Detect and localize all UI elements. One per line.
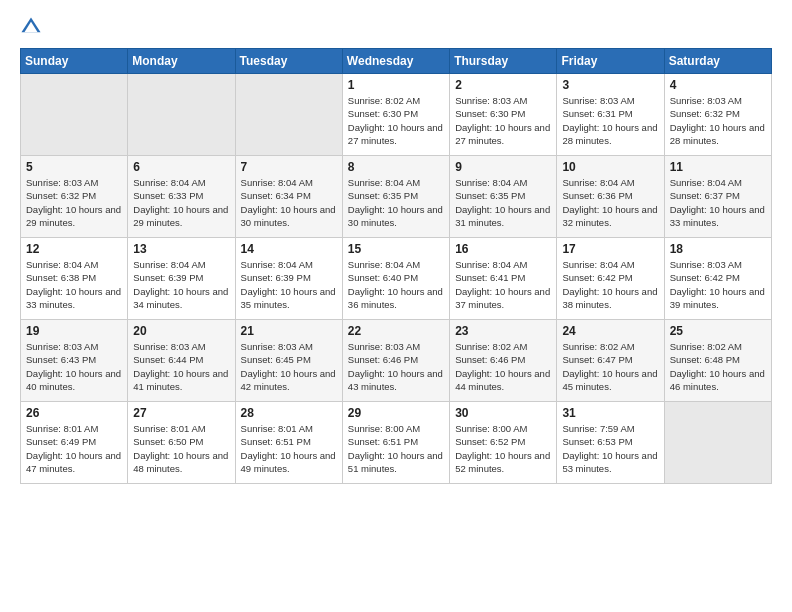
sunrise: Sunrise: 8:00 AM [348, 423, 420, 434]
day-info: Sunrise: 8:04 AM Sunset: 6:36 PM Dayligh… [562, 176, 658, 229]
calendar-cell: 27 Sunrise: 8:01 AM Sunset: 6:50 PM Dayl… [128, 402, 235, 484]
logo-icon [20, 16, 42, 38]
sunrise: Sunrise: 8:01 AM [133, 423, 205, 434]
day-number: 3 [562, 78, 658, 92]
sunrise: Sunrise: 8:04 AM [348, 177, 420, 188]
day-number: 23 [455, 324, 551, 338]
sunset: Sunset: 6:34 PM [241, 190, 311, 201]
weekday-header: Thursday [450, 49, 557, 74]
calendar-cell: 31 Sunrise: 7:59 AM Sunset: 6:53 PM Dayl… [557, 402, 664, 484]
calendar-cell: 16 Sunrise: 8:04 AM Sunset: 6:41 PM Dayl… [450, 238, 557, 320]
calendar-header-row: SundayMondayTuesdayWednesdayThursdayFrid… [21, 49, 772, 74]
weekday-header: Wednesday [342, 49, 449, 74]
day-info: Sunrise: 8:02 AM Sunset: 6:48 PM Dayligh… [670, 340, 766, 393]
day-number: 4 [670, 78, 766, 92]
day-number: 8 [348, 160, 444, 174]
calendar-cell: 12 Sunrise: 8:04 AM Sunset: 6:38 PM Dayl… [21, 238, 128, 320]
calendar-cell: 5 Sunrise: 8:03 AM Sunset: 6:32 PM Dayli… [21, 156, 128, 238]
day-number: 7 [241, 160, 337, 174]
daylight: Daylight: 10 hours and 49 minutes. [241, 450, 336, 474]
day-info: Sunrise: 8:03 AM Sunset: 6:44 PM Dayligh… [133, 340, 229, 393]
daylight: Daylight: 10 hours and 28 minutes. [670, 122, 765, 146]
calendar-week-row: 19 Sunrise: 8:03 AM Sunset: 6:43 PM Dayl… [21, 320, 772, 402]
sunrise: Sunrise: 8:04 AM [241, 177, 313, 188]
sunset: Sunset: 6:47 PM [562, 354, 632, 365]
day-info: Sunrise: 8:04 AM Sunset: 6:39 PM Dayligh… [133, 258, 229, 311]
sunrise: Sunrise: 8:03 AM [562, 95, 634, 106]
weekday-header: Sunday [21, 49, 128, 74]
daylight: Daylight: 10 hours and 36 minutes. [348, 286, 443, 310]
calendar-cell: 29 Sunrise: 8:00 AM Sunset: 6:51 PM Dayl… [342, 402, 449, 484]
sunrise: Sunrise: 8:03 AM [670, 95, 742, 106]
daylight: Daylight: 10 hours and 33 minutes. [670, 204, 765, 228]
day-info: Sunrise: 8:01 AM Sunset: 6:50 PM Dayligh… [133, 422, 229, 475]
day-info: Sunrise: 8:03 AM Sunset: 6:45 PM Dayligh… [241, 340, 337, 393]
day-number: 5 [26, 160, 122, 174]
daylight: Daylight: 10 hours and 46 minutes. [670, 368, 765, 392]
day-info: Sunrise: 8:04 AM Sunset: 6:39 PM Dayligh… [241, 258, 337, 311]
sunset: Sunset: 6:37 PM [670, 190, 740, 201]
sunrise: Sunrise: 8:04 AM [133, 177, 205, 188]
daylight: Daylight: 10 hours and 30 minutes. [348, 204, 443, 228]
calendar-cell: 2 Sunrise: 8:03 AM Sunset: 6:30 PM Dayli… [450, 74, 557, 156]
sunset: Sunset: 6:46 PM [348, 354, 418, 365]
day-info: Sunrise: 8:03 AM Sunset: 6:42 PM Dayligh… [670, 258, 766, 311]
sunset: Sunset: 6:42 PM [562, 272, 632, 283]
calendar-cell: 17 Sunrise: 8:04 AM Sunset: 6:42 PM Dayl… [557, 238, 664, 320]
sunrise: Sunrise: 8:03 AM [670, 259, 742, 270]
day-number: 26 [26, 406, 122, 420]
sunset: Sunset: 6:36 PM [562, 190, 632, 201]
daylight: Daylight: 10 hours and 35 minutes. [241, 286, 336, 310]
sunrise: Sunrise: 8:03 AM [241, 341, 313, 352]
sunrise: Sunrise: 8:02 AM [670, 341, 742, 352]
calendar-cell: 13 Sunrise: 8:04 AM Sunset: 6:39 PM Dayl… [128, 238, 235, 320]
day-number: 28 [241, 406, 337, 420]
sunrise: Sunrise: 8:04 AM [455, 177, 527, 188]
day-number: 13 [133, 242, 229, 256]
day-number: 27 [133, 406, 229, 420]
calendar-cell: 7 Sunrise: 8:04 AM Sunset: 6:34 PM Dayli… [235, 156, 342, 238]
day-info: Sunrise: 8:00 AM Sunset: 6:52 PM Dayligh… [455, 422, 551, 475]
day-info: Sunrise: 8:04 AM Sunset: 6:35 PM Dayligh… [455, 176, 551, 229]
calendar-cell: 8 Sunrise: 8:04 AM Sunset: 6:35 PM Dayli… [342, 156, 449, 238]
daylight: Daylight: 10 hours and 44 minutes. [455, 368, 550, 392]
calendar-cell: 25 Sunrise: 8:02 AM Sunset: 6:48 PM Dayl… [664, 320, 771, 402]
sunset: Sunset: 6:44 PM [133, 354, 203, 365]
sunset: Sunset: 6:30 PM [455, 108, 525, 119]
sunset: Sunset: 6:32 PM [26, 190, 96, 201]
calendar-cell: 30 Sunrise: 8:00 AM Sunset: 6:52 PM Dayl… [450, 402, 557, 484]
calendar-cell [235, 74, 342, 156]
calendar-cell: 23 Sunrise: 8:02 AM Sunset: 6:46 PM Dayl… [450, 320, 557, 402]
day-info: Sunrise: 8:04 AM Sunset: 6:40 PM Dayligh… [348, 258, 444, 311]
sunrise: Sunrise: 8:04 AM [348, 259, 420, 270]
sunrise: Sunrise: 8:04 AM [455, 259, 527, 270]
daylight: Daylight: 10 hours and 27 minutes. [348, 122, 443, 146]
sunrise: Sunrise: 8:03 AM [455, 95, 527, 106]
calendar-week-row: 12 Sunrise: 8:04 AM Sunset: 6:38 PM Dayl… [21, 238, 772, 320]
day-info: Sunrise: 8:04 AM Sunset: 6:34 PM Dayligh… [241, 176, 337, 229]
day-number: 31 [562, 406, 658, 420]
calendar-cell: 15 Sunrise: 8:04 AM Sunset: 6:40 PM Dayl… [342, 238, 449, 320]
sunset: Sunset: 6:39 PM [241, 272, 311, 283]
daylight: Daylight: 10 hours and 39 minutes. [670, 286, 765, 310]
sunset: Sunset: 6:51 PM [348, 436, 418, 447]
calendar-cell: 20 Sunrise: 8:03 AM Sunset: 6:44 PM Dayl… [128, 320, 235, 402]
day-number: 18 [670, 242, 766, 256]
daylight: Daylight: 10 hours and 34 minutes. [133, 286, 228, 310]
daylight: Daylight: 10 hours and 48 minutes. [133, 450, 228, 474]
daylight: Daylight: 10 hours and 37 minutes. [455, 286, 550, 310]
day-info: Sunrise: 8:04 AM Sunset: 6:41 PM Dayligh… [455, 258, 551, 311]
daylight: Daylight: 10 hours and 41 minutes. [133, 368, 228, 392]
calendar-week-row: 26 Sunrise: 8:01 AM Sunset: 6:49 PM Dayl… [21, 402, 772, 484]
daylight: Daylight: 10 hours and 51 minutes. [348, 450, 443, 474]
day-info: Sunrise: 8:04 AM Sunset: 6:38 PM Dayligh… [26, 258, 122, 311]
calendar-cell: 28 Sunrise: 8:01 AM Sunset: 6:51 PM Dayl… [235, 402, 342, 484]
calendar-cell: 11 Sunrise: 8:04 AM Sunset: 6:37 PM Dayl… [664, 156, 771, 238]
sunset: Sunset: 6:42 PM [670, 272, 740, 283]
daylight: Daylight: 10 hours and 53 minutes. [562, 450, 657, 474]
calendar: SundayMondayTuesdayWednesdayThursdayFrid… [20, 48, 772, 484]
daylight: Daylight: 10 hours and 31 minutes. [455, 204, 550, 228]
day-info: Sunrise: 8:03 AM Sunset: 6:31 PM Dayligh… [562, 94, 658, 147]
sunrise: Sunrise: 8:04 AM [562, 177, 634, 188]
sunset: Sunset: 6:35 PM [348, 190, 418, 201]
